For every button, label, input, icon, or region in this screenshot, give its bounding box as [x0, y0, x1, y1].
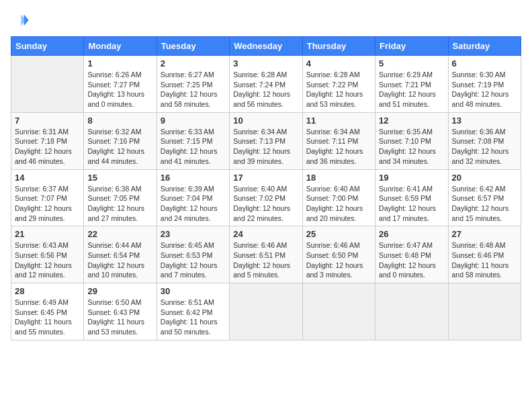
page-header	[11, 11, 521, 30]
day-info: Sunrise: 6:44 AM Sunset: 6:54 PM Dayligh…	[87, 240, 152, 280]
day-info: Sunrise: 6:28 AM Sunset: 7:22 PM Dayligh…	[306, 70, 371, 109]
day-number: 13	[452, 116, 517, 126]
day-info: Sunrise: 6:39 AM Sunset: 7:04 PM Dayligh…	[161, 184, 226, 224]
calendar-cell: 4Sunrise: 6:28 AM Sunset: 7:22 PM Daylig…	[302, 56, 375, 113]
calendar-cell: 28Sunrise: 6:49 AM Sunset: 6:45 PM Dayli…	[11, 283, 84, 340]
calendar-cell	[11, 56, 84, 113]
day-info: Sunrise: 6:33 AM Sunset: 7:15 PM Dayligh…	[161, 127, 226, 167]
calendar-table: SundayMondayTuesdayWednesdayThursdayFrid…	[11, 36, 521, 340]
day-number: 17	[233, 173, 298, 183]
calendar-cell: 27Sunrise: 6:48 AM Sunset: 6:46 PM Dayli…	[448, 226, 521, 283]
calendar-cell: 13Sunrise: 6:36 AM Sunset: 7:08 PM Dayli…	[448, 112, 521, 169]
day-info: Sunrise: 6:27 AM Sunset: 7:25 PM Dayligh…	[161, 70, 226, 109]
day-info: Sunrise: 6:32 AM Sunset: 7:16 PM Dayligh…	[87, 127, 152, 167]
day-info: Sunrise: 6:47 AM Sunset: 6:48 PM Dayligh…	[379, 240, 444, 280]
day-info: Sunrise: 6:41 AM Sunset: 6:59 PM Dayligh…	[379, 184, 444, 224]
calendar-cell: 3Sunrise: 6:28 AM Sunset: 7:24 PM Daylig…	[230, 56, 302, 113]
day-number: 9	[161, 116, 226, 126]
calendar-cell: 5Sunrise: 6:29 AM Sunset: 7:21 PM Daylig…	[375, 56, 448, 113]
day-number: 10	[233, 116, 298, 126]
weekday-header: Tuesday	[157, 37, 229, 56]
calendar-cell	[302, 283, 375, 340]
day-info: Sunrise: 6:36 AM Sunset: 7:08 PM Dayligh…	[452, 127, 517, 167]
day-info: Sunrise: 6:49 AM Sunset: 6:45 PM Dayligh…	[15, 298, 80, 337]
day-number: 25	[306, 229, 371, 239]
weekday-header: Sunday	[11, 37, 84, 56]
day-number: 16	[161, 173, 226, 183]
day-number: 11	[306, 116, 371, 126]
day-info: Sunrise: 6:26 AM Sunset: 7:27 PM Dayligh…	[87, 70, 152, 109]
day-info: Sunrise: 6:43 AM Sunset: 6:56 PM Dayligh…	[15, 240, 80, 280]
day-number: 20	[452, 173, 517, 183]
calendar-cell: 24Sunrise: 6:46 AM Sunset: 6:51 PM Dayli…	[230, 226, 302, 283]
calendar-cell: 22Sunrise: 6:44 AM Sunset: 6:54 PM Dayli…	[84, 226, 157, 283]
day-number: 7	[15, 116, 80, 126]
calendar-cell: 9Sunrise: 6:33 AM Sunset: 7:15 PM Daylig…	[157, 112, 229, 169]
day-number: 6	[452, 58, 517, 68]
calendar-cell: 17Sunrise: 6:40 AM Sunset: 7:02 PM Dayli…	[230, 169, 302, 226]
day-info: Sunrise: 6:37 AM Sunset: 7:07 PM Dayligh…	[15, 184, 80, 224]
day-info: Sunrise: 6:45 AM Sunset: 6:53 PM Dayligh…	[161, 240, 226, 280]
day-info: Sunrise: 6:38 AM Sunset: 7:05 PM Dayligh…	[87, 184, 152, 224]
day-number: 14	[15, 173, 80, 183]
day-number: 15	[87, 173, 152, 183]
day-number: 24	[233, 229, 298, 239]
day-number: 4	[306, 58, 371, 68]
calendar-cell: 2Sunrise: 6:27 AM Sunset: 7:25 PM Daylig…	[157, 56, 229, 113]
day-info: Sunrise: 6:28 AM Sunset: 7:24 PM Dayligh…	[233, 70, 298, 109]
calendar-cell: 14Sunrise: 6:37 AM Sunset: 7:07 PM Dayli…	[11, 169, 84, 226]
day-number: 27	[452, 229, 517, 239]
calendar-cell: 6Sunrise: 6:30 AM Sunset: 7:19 PM Daylig…	[448, 56, 521, 113]
day-number: 3	[233, 58, 298, 68]
calendar-cell: 20Sunrise: 6:42 AM Sunset: 6:57 PM Dayli…	[448, 169, 521, 226]
calendar-cell	[448, 283, 521, 340]
day-info: Sunrise: 6:46 AM Sunset: 6:51 PM Dayligh…	[233, 240, 298, 280]
calendar-cell: 29Sunrise: 6:50 AM Sunset: 6:43 PM Dayli…	[84, 283, 157, 340]
calendar-cell: 21Sunrise: 6:43 AM Sunset: 6:56 PM Dayli…	[11, 226, 84, 283]
weekday-header: Friday	[375, 37, 448, 56]
day-info: Sunrise: 6:46 AM Sunset: 6:50 PM Dayligh…	[306, 240, 371, 280]
day-info: Sunrise: 6:31 AM Sunset: 7:18 PM Dayligh…	[15, 127, 80, 167]
day-info: Sunrise: 6:51 AM Sunset: 6:42 PM Dayligh…	[161, 298, 226, 337]
day-number: 28	[15, 286, 80, 296]
calendar-cell: 11Sunrise: 6:34 AM Sunset: 7:11 PM Dayli…	[302, 112, 375, 169]
calendar-cell: 25Sunrise: 6:46 AM Sunset: 6:50 PM Dayli…	[302, 226, 375, 283]
calendar-cell: 19Sunrise: 6:41 AM Sunset: 6:59 PM Dayli…	[375, 169, 448, 226]
weekday-header: Saturday	[448, 37, 521, 56]
day-info: Sunrise: 6:35 AM Sunset: 7:10 PM Dayligh…	[379, 127, 444, 167]
day-info: Sunrise: 6:29 AM Sunset: 7:21 PM Dayligh…	[379, 70, 444, 109]
day-number: 5	[379, 58, 444, 68]
calendar-cell: 15Sunrise: 6:38 AM Sunset: 7:05 PM Dayli…	[84, 169, 157, 226]
day-info: Sunrise: 6:48 AM Sunset: 6:46 PM Dayligh…	[452, 240, 517, 280]
day-number: 12	[379, 116, 444, 126]
day-number: 1	[87, 58, 152, 68]
day-info: Sunrise: 6:42 AM Sunset: 6:57 PM Dayligh…	[452, 184, 517, 224]
calendar-cell: 30Sunrise: 6:51 AM Sunset: 6:42 PM Dayli…	[157, 283, 229, 340]
day-number: 21	[15, 229, 80, 239]
day-info: Sunrise: 6:30 AM Sunset: 7:19 PM Dayligh…	[452, 70, 517, 109]
calendar-cell: 12Sunrise: 6:35 AM Sunset: 7:10 PM Dayli…	[375, 112, 448, 169]
day-number: 22	[87, 229, 152, 239]
calendar-cell	[375, 283, 448, 340]
day-number: 2	[161, 58, 226, 68]
day-number: 23	[161, 229, 226, 239]
day-number: 26	[379, 229, 444, 239]
calendar-cell	[230, 283, 302, 340]
day-number: 18	[306, 173, 371, 183]
day-info: Sunrise: 6:40 AM Sunset: 7:02 PM Dayligh…	[233, 184, 298, 224]
calendar-cell: 26Sunrise: 6:47 AM Sunset: 6:48 PM Dayli…	[375, 226, 448, 283]
calendar-cell: 23Sunrise: 6:45 AM Sunset: 6:53 PM Dayli…	[157, 226, 229, 283]
day-info: Sunrise: 6:34 AM Sunset: 7:13 PM Dayligh…	[233, 127, 298, 167]
day-info: Sunrise: 6:34 AM Sunset: 7:11 PM Dayligh…	[306, 127, 371, 167]
day-number: 29	[87, 286, 152, 296]
calendar-cell: 10Sunrise: 6:34 AM Sunset: 7:13 PM Dayli…	[230, 112, 302, 169]
logo	[11, 11, 31, 30]
day-number: 8	[87, 116, 152, 126]
calendar-cell: 7Sunrise: 6:31 AM Sunset: 7:18 PM Daylig…	[11, 112, 84, 169]
weekday-header: Wednesday	[230, 37, 302, 56]
weekday-header: Thursday	[302, 37, 375, 56]
day-number: 19	[379, 173, 444, 183]
day-info: Sunrise: 6:40 AM Sunset: 7:00 PM Dayligh…	[306, 184, 371, 224]
calendar-cell: 1Sunrise: 6:26 AM Sunset: 7:27 PM Daylig…	[84, 56, 157, 113]
day-number: 30	[161, 286, 226, 296]
